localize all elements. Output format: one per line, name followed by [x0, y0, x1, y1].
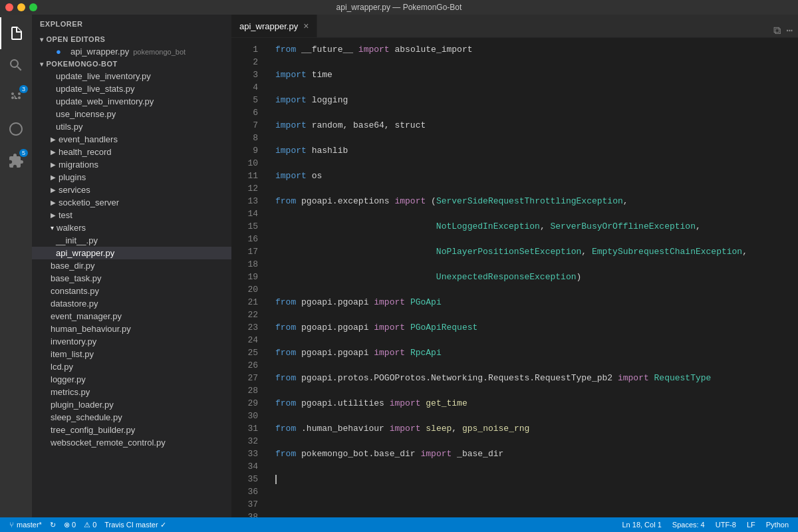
file-update-live-stats[interactable]: update_live_stats.py: [32, 82, 231, 95]
folder-walkers[interactable]: ▾ walkers: [32, 221, 231, 234]
open-editor-filename: api_wrapper.py: [70, 47, 129, 57]
sidebar: Explorer ▾ Open Editors ● api_wrapper.py…: [32, 15, 231, 517]
warnings-count[interactable]: ⚠ 0: [80, 521, 100, 529]
status-right: Ln 18, Col 1 Spaces: 4 UTF-8 LF Python: [618, 521, 793, 529]
errors-count[interactable]: ⊗ 0: [60, 521, 80, 529]
titlebar: api_wrapper.py — PokemonGo-Bot: [0, 0, 798, 15]
sync-button[interactable]: ↻: [46, 521, 60, 529]
ci-label: Travis CI master ✓: [104, 521, 166, 529]
file-update-web-inventory[interactable]: update_web_inventory.py: [32, 95, 231, 108]
branch-icon: ⑂: [9, 521, 14, 529]
activity-debug[interactable]: [0, 113, 32, 145]
file-inventory[interactable]: inventory.py: [32, 335, 231, 348]
file-constants[interactable]: constants.py: [32, 285, 231, 297]
split-editor-button[interactable]: ⧉: [773, 25, 781, 37]
open-editors-arrow: ▾: [40, 36, 44, 43]
file-event-manager[interactable]: event_manager.py: [32, 310, 231, 323]
main-layout: 3 5 Explorer ▾ Open Editors ● api_wrappe…: [0, 15, 798, 517]
open-editor-project: pokemongo_bot: [133, 48, 186, 56]
folder-arrow: ▶: [51, 174, 56, 181]
file-logger[interactable]: logger.py: [32, 373, 231, 386]
file-base-task[interactable]: base_task.py: [32, 272, 231, 285]
warning-icon: ⚠ 0: [84, 521, 96, 529]
cursor-position[interactable]: Ln 18, Col 1: [618, 521, 665, 529]
folder-arrow: ▾: [51, 224, 54, 231]
ci-status[interactable]: Travis CI master ✓: [100, 521, 170, 529]
file-update-live-inventory[interactable]: update_live_inventory.py: [32, 70, 231, 82]
tab-bar: api_wrapper.py × ⧉ ⋯: [231, 15, 798, 38]
folder-arrow: ▶: [51, 161, 56, 168]
git-branch[interactable]: ⑂ master*: [5, 521, 46, 529]
language-mode[interactable]: Python: [762, 521, 793, 529]
file-item-list[interactable]: item_list.py: [32, 348, 231, 360]
folder-arrow: ▶: [51, 186, 56, 194]
activity-source-control[interactable]: 3: [0, 81, 32, 113]
code-editor[interactable]: 12345 678910 1112131415 1617181920 21222…: [231, 38, 798, 517]
project-arrow: ▾: [40, 61, 44, 68]
file-init[interactable]: __init__.py: [32, 234, 231, 247]
indentation[interactable]: Spaces: 4: [668, 521, 709, 529]
sync-icon: ↻: [50, 521, 56, 529]
line-ending[interactable]: LF: [743, 521, 759, 529]
file-plugin-loader[interactable]: plugin_loader.py: [32, 398, 231, 411]
folder-services[interactable]: ▶ services: [32, 184, 231, 196]
code-content[interactable]: from __future__ import absolute_import i…: [265, 38, 798, 517]
line-numbers: 12345 678910 1112131415 1617181920 21222…: [231, 38, 265, 517]
activity-files[interactable]: [0, 17, 32, 49]
file-websocket-remote-control[interactable]: websocket_remote_control.py: [32, 436, 231, 449]
file-lcd[interactable]: lcd.py: [32, 360, 231, 373]
sidebar-header: Explorer: [32, 15, 231, 33]
window-title: api_wrapper.py — PokemonGo-Bot: [336, 3, 462, 12]
branch-name: master*: [17, 521, 42, 529]
folder-event-handlers[interactable]: ▶ event_handlers: [32, 133, 231, 146]
source-control-badge: 3: [19, 85, 28, 93]
maximize-window-button[interactable]: [29, 3, 37, 11]
folder-arrow: ▶: [51, 148, 56, 156]
file-base-dir[interactable]: base_dir.py: [32, 259, 231, 272]
file-api-wrapper[interactable]: api_wrapper.py: [32, 247, 231, 259]
open-editors-label: Open Editors: [47, 35, 106, 43]
folder-plugins[interactable]: ▶ plugins: [32, 171, 231, 184]
more-actions-button[interactable]: ⋯: [786, 24, 793, 37]
minimize-window-button[interactable]: [17, 3, 25, 11]
file-tree-config-builder[interactable]: tree_config_builder.py: [32, 424, 231, 436]
editor-area: api_wrapper.py × ⧉ ⋯ 12345 678910 111213…: [231, 15, 798, 517]
python-file-icon: ●: [56, 47, 66, 57]
folder-arrow: ▶: [51, 199, 56, 206]
project-label: Pokemongo-Bot: [47, 60, 118, 68]
activity-bar: 3 5: [0, 15, 32, 517]
sidebar-content: ▾ Open Editors ● api_wrapper.py pokemong…: [32, 33, 231, 517]
file-utils[interactable]: utils.py: [32, 120, 231, 133]
file-datastore[interactable]: datastore.py: [32, 297, 231, 310]
folder-test[interactable]: ▶ test: [32, 209, 231, 221]
tab-api-wrapper[interactable]: api_wrapper.py ×: [231, 15, 317, 37]
folder-migrations[interactable]: ▶ migrations: [32, 158, 231, 171]
file-use-incense[interactable]: use_incense.py: [32, 108, 231, 120]
encoding[interactable]: UTF-8: [712, 521, 740, 529]
file-metrics[interactable]: metrics.py: [32, 386, 231, 398]
file-sleep-schedule[interactable]: sleep_schedule.py: [32, 411, 231, 424]
folder-health-record[interactable]: ▶ health_record: [32, 146, 231, 158]
file-human-behaviour[interactable]: human_behaviour.py: [32, 323, 231, 335]
activity-search[interactable]: [0, 49, 32, 81]
folder-socketio-server[interactable]: ▶ socketio_server: [32, 196, 231, 209]
activity-extensions[interactable]: 5: [0, 145, 32, 177]
open-editors-section[interactable]: ▾ Open Editors: [32, 33, 231, 45]
tab-actions: ⧉ ⋯: [773, 24, 798, 37]
tab-close-button[interactable]: ×: [303, 21, 309, 31]
extensions-badge: 5: [19, 149, 28, 157]
status-bar: ⑂ master* ↻ ⊗ 0 ⚠ 0 Travis CI master ✓ L…: [0, 517, 798, 532]
error-icon: ⊗ 0: [64, 521, 76, 529]
close-window-button[interactable]: [5, 3, 13, 11]
folder-arrow: ▶: [51, 136, 56, 143]
window-controls: [5, 3, 37, 11]
project-section[interactable]: ▾ Pokemongo-Bot: [32, 58, 231, 70]
open-editor-api-wrapper[interactable]: ● api_wrapper.py pokemongo_bot: [32, 45, 231, 58]
tab-label: api_wrapper.py: [239, 21, 298, 31]
folder-arrow: ▶: [51, 211, 56, 219]
